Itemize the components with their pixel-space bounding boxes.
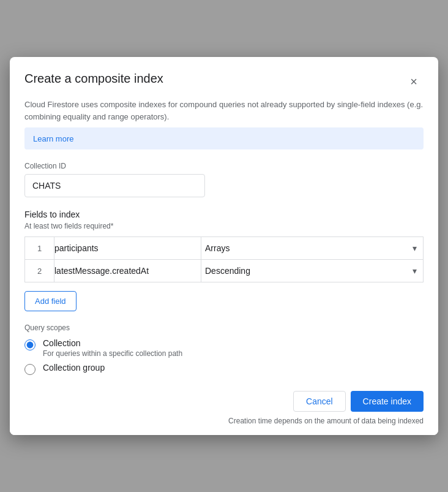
field-type-select-2[interactable]: Arrays Ascending Descending xyxy=(201,260,423,282)
collection-id-input[interactable] xyxy=(24,174,205,197)
radio-collection-group-label[interactable]: Collection group xyxy=(43,363,105,373)
learn-more-bar: Learn more xyxy=(24,127,424,149)
learn-more-link[interactable]: Learn more xyxy=(33,134,73,143)
close-button[interactable]: × xyxy=(404,72,424,91)
collection-id-label: Collection ID xyxy=(24,162,424,170)
footer-actions: Cancel Create index xyxy=(24,391,424,412)
select-wrapper-2: Arrays Ascending Descending xyxy=(201,260,423,282)
modal-title: Create a composite index xyxy=(24,72,163,86)
radio-collection[interactable] xyxy=(24,339,35,350)
cancel-button[interactable]: Cancel xyxy=(293,391,346,412)
radio-group: Collection For queries within a specific… xyxy=(24,338,424,375)
radio-collection-label[interactable]: Collection xyxy=(43,338,182,348)
footer-note: Creation time depends on the amount of d… xyxy=(24,417,424,425)
query-scopes-section: Query scopes Collection For queries with… xyxy=(24,324,424,375)
fields-required-note: At least two fields required* xyxy=(24,222,424,230)
select-wrapper-1: Arrays Ascending Descending xyxy=(201,237,423,259)
field-name-2: latestMessage.createdAt xyxy=(54,260,201,282)
overlay: Create a composite index × Cloud Firesto… xyxy=(0,0,448,492)
radio-item-collection-group: Collection group xyxy=(24,363,424,375)
table-row: 2 latestMessage.createdAt Arrays Ascendi… xyxy=(25,260,424,282)
modal-header: Create a composite index × xyxy=(10,57,438,91)
table-row: 1 participants Arrays Ascending Descendi… xyxy=(25,237,424,260)
modal-body: Cloud Firestore uses composite indexes f… xyxy=(10,91,438,381)
add-field-button[interactable]: Add field xyxy=(24,291,77,311)
create-index-button[interactable]: Create index xyxy=(351,391,424,412)
field-name-1: participants xyxy=(54,237,201,260)
row-number-1: 1 xyxy=(25,237,54,260)
description-text: Cloud Firestore uses composite indexes f… xyxy=(24,99,424,123)
modal-dialog: Create a composite index × Cloud Firesto… xyxy=(10,57,438,435)
fields-section-title: Fields to index xyxy=(24,210,424,219)
query-scopes-label: Query scopes xyxy=(24,324,424,332)
fields-section: Fields to index At least two fields requ… xyxy=(24,210,424,324)
fields-table: 1 participants Arrays Ascending Descendi… xyxy=(24,237,424,282)
radio-collection-label-group: Collection For queries within a specific… xyxy=(43,338,182,358)
row-number-2: 2 xyxy=(25,260,54,282)
collection-id-section: Collection ID xyxy=(24,162,424,210)
radio-collection-desc: For queries within a specific collection… xyxy=(43,349,182,358)
radio-collection-group[interactable] xyxy=(24,364,35,375)
field-type-cell-2: Arrays Ascending Descending xyxy=(201,260,424,282)
field-type-cell-1: Arrays Ascending Descending xyxy=(201,237,424,260)
radio-item-collection: Collection For queries within a specific… xyxy=(24,338,424,358)
field-type-select-1[interactable]: Arrays Ascending Descending xyxy=(201,237,423,259)
modal-footer: Cancel Create index Creation time depend… xyxy=(10,381,438,435)
radio-collection-group-label-group: Collection group xyxy=(43,363,105,373)
